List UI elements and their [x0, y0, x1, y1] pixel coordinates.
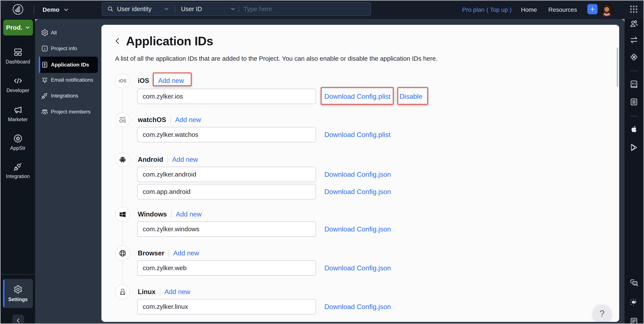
environment-switcher[interactable]: Prod.	[3, 20, 33, 35]
settings-menu-application-ids[interactable]: Application IDs	[39, 57, 98, 73]
scrollbar-thumb[interactable]	[616, 47, 618, 87]
apps-grid-icon[interactable]	[629, 4, 638, 14]
settings-menu-label: Project info	[51, 45, 77, 51]
nav-home[interactable]: Home	[521, 1, 537, 19]
app-id-field-android-1[interactable]	[137, 167, 316, 182]
add-new-linux-link[interactable]: Add new	[164, 288, 190, 296]
project-switcher[interactable]: Demo	[42, 1, 69, 19]
collapse-sidebar-button[interactable]	[12, 315, 24, 323]
download-config-plist-link[interactable]: Download Config.plist	[324, 92, 391, 100]
nav-resources[interactable]: Resources	[548, 1, 577, 19]
windows-badge	[115, 207, 130, 222]
search-field-select[interactable]: User ID	[181, 2, 202, 15]
sidebar-item-developer[interactable]: Developer	[1, 76, 35, 93]
settings-menu-all[interactable]: All	[39, 25, 98, 41]
app-row: Download Config.json	[137, 184, 391, 199]
sidebar-item-marketer[interactable]: Marketer	[1, 105, 35, 122]
app-id-field-browser[interactable]	[137, 260, 316, 276]
chevron-down-icon[interactable]	[230, 6, 236, 11]
topup-label[interactable]: ( Top up )	[486, 6, 512, 13]
chat-feedback-icon[interactable]	[630, 278, 638, 287]
sidebar-item-dashboard[interactable]: Dashboard	[1, 47, 35, 65]
news-icon[interactable]	[630, 317, 638, 323]
create-new-button[interactable]	[587, 4, 598, 14]
add-new-watchos-link[interactable]: Add new	[175, 116, 201, 124]
settings-menu-project-members[interactable]: Project members	[39, 104, 98, 120]
add-new-browser-link[interactable]: Add new	[173, 249, 199, 257]
platform-section-windows: Windows Add new Download Config.json	[115, 206, 391, 237]
plug-icon	[41, 92, 48, 100]
download-config-json-link[interactable]: Download Config.json	[324, 264, 391, 272]
clover-icon[interactable]	[630, 52, 638, 61]
chevron-left-icon	[114, 37, 122, 45]
disable-link[interactable]: Disable	[400, 92, 422, 100]
app-id-field-linux[interactable]	[137, 299, 316, 315]
svg-text:A-Z: A-Z	[632, 82, 636, 85]
head-divider	[168, 250, 169, 257]
app-id-field-watchos[interactable]	[137, 127, 316, 142]
user-avatar[interactable]	[600, 2, 614, 16]
add-new-windows-link[interactable]: Add new	[176, 211, 202, 218]
chevron-down-icon	[25, 25, 30, 30]
sidebar-divider	[1, 274, 35, 275]
app-id-field-ios[interactable]	[137, 89, 316, 104]
users-icon[interactable]	[630, 19, 638, 28]
windows-icon	[118, 210, 127, 219]
app-logo-icon[interactable]	[12, 4, 24, 15]
download-config-plist-link[interactable]: Download Config.plist	[324, 131, 391, 139]
document-icon[interactable]	[630, 97, 638, 106]
download-config-json-link[interactable]: Download Config.json	[324, 225, 391, 233]
app-id-field-android-2[interactable]	[137, 184, 316, 199]
nav-resources-label: Resources	[548, 6, 577, 13]
search-category-select[interactable]: User identity	[117, 2, 152, 15]
download-config-json-link[interactable]: Download Config.json	[324, 303, 391, 311]
settings-menu-label: Project members	[51, 109, 90, 115]
download-config-json-link[interactable]: Download Config.json	[324, 188, 391, 196]
watchos-badge-label: OS	[120, 118, 126, 124]
search-input[interactable]	[244, 3, 363, 15]
sidebar-item-integration[interactable]: Integration	[1, 162, 35, 179]
theme-toggle-icon[interactable]	[630, 298, 638, 307]
download-config-json-link[interactable]: Download Config.json	[324, 171, 391, 178]
platform-name: Windows	[138, 211, 167, 218]
nav-home-label: Home	[521, 6, 537, 13]
help-button[interactable]: ?	[593, 305, 611, 322]
swap-arrows-icon[interactable]	[630, 35, 638, 44]
sidebar-item-settings[interactable]: Settings	[3, 279, 33, 308]
apple-icon[interactable]	[630, 125, 638, 134]
app-row: Download Config.plist Disable	[137, 89, 422, 104]
head-divider	[168, 156, 168, 163]
plan-link[interactable]: Pro plan ( Top up )	[462, 1, 512, 19]
platform-name: watchOS	[138, 116, 166, 124]
add-new-android-link[interactable]: Add new	[172, 156, 198, 163]
gear-icon	[41, 29, 48, 36]
search-bar: User identity User ID	[102, 2, 371, 16]
app-row: Download Config.json	[137, 221, 391, 237]
platform-name: iOS	[138, 77, 149, 85]
star-circle-icon	[13, 134, 23, 143]
app-row: Download Config.json	[137, 299, 391, 315]
chevron-down-icon	[63, 7, 69, 12]
settings-menu-integrations[interactable]: Integrations	[39, 88, 98, 104]
sidebar-item-label: Integration	[6, 174, 30, 179]
rail-divider	[630, 116, 638, 116]
back-button[interactable]	[114, 37, 122, 45]
sidebar-item-label: Settings	[8, 297, 28, 303]
add-new-ios-link[interactable]: Add new	[158, 77, 184, 85]
action-divider	[395, 91, 396, 101]
platform-section-linux: Linux Add new Download Config.json	[115, 284, 391, 315]
avatar-image	[600, 2, 614, 16]
android-icon	[118, 155, 127, 164]
settings-menu-project-info[interactable]: Project info	[39, 41, 98, 56]
chevron-down-icon[interactable]	[164, 6, 169, 11]
head-divider	[154, 77, 154, 85]
people-icon	[41, 108, 48, 116]
browser-badge	[115, 246, 130, 261]
topbar: Demo User identity User ID Pro plan ( To…	[1, 1, 643, 19]
app-id-field-windows[interactable]	[137, 221, 316, 237]
search-category-value: User identity	[117, 5, 152, 12]
settings-menu-email-notifications[interactable]: Email notifications	[39, 72, 98, 88]
dictionary-icon[interactable]: A-Z	[630, 80, 638, 89]
google-play-icon[interactable]	[630, 143, 638, 152]
sidebar-item-appstr[interactable]: AppStr	[1, 134, 35, 151]
